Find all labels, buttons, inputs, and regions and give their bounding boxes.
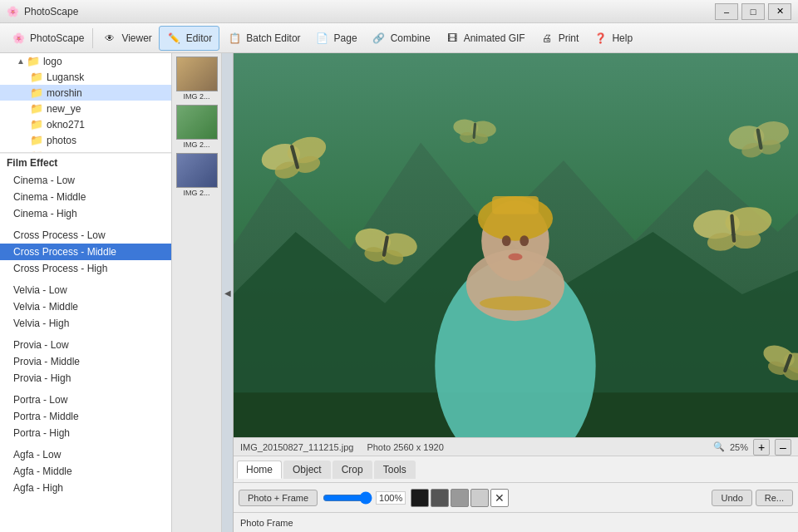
collapse-toggle[interactable]: ◀	[222, 53, 234, 532]
filename: IMG_20150827_111215.jpg	[240, 442, 353, 452]
toolbar-editor[interactable]: ✏️ Editor	[159, 26, 219, 51]
toolbar-sep-1	[92, 28, 93, 48]
folder-icon-2: 📁	[30, 71, 43, 83]
toolbar-viewer-label: Viewer	[121, 32, 151, 44]
effect-portra-low[interactable]: Portra - Low	[0, 392, 171, 408]
effect-provia-high[interactable]: Provia - High	[0, 370, 171, 387]
effect-agfa-low[interactable]: Agfa - Low	[0, 446, 171, 463]
color-lightgray-button[interactable]	[470, 489, 489, 507]
zoom-in-button[interactable]: +	[753, 439, 770, 456]
thumb-label-1: IMG 2...	[182, 91, 210, 101]
background-svg	[234, 53, 798, 437]
collapse-btn-logo[interactable]: ▲	[17, 57, 25, 66]
bottom-tabs: Home Object Crop Tools	[234, 456, 798, 482]
dimensions: Photo 2560 x 1920	[367, 442, 443, 452]
title-bar-controls: – □ ✕	[715, 3, 791, 20]
maximize-button[interactable]: □	[741, 3, 765, 20]
effect-cross-middle[interactable]: Cross Process - Middle	[0, 244, 171, 260]
toolbar-help[interactable]: ❓ Help	[585, 27, 639, 50]
title-bar: 🌸 PhotoScape – □ ✕	[0, 0, 798, 23]
tree-item-morshin[interactable]: 📁 morshin	[0, 85, 171, 101]
tree-label-morshin: morshin	[47, 87, 82, 99]
main-layout: ▲ 📁 logo 📁 Lugansk 📁 morshin 📁 new_y	[0, 53, 798, 532]
svg-point-12	[480, 296, 551, 310]
effect-cinema-low[interactable]: Cinema - Low	[0, 172, 171, 189]
svg-point-9	[502, 235, 511, 246]
toolbar-animated[interactable]: 🎞 Animated GIF	[437, 27, 532, 50]
thumb-2[interactable]: IMG 2...	[173, 105, 221, 150]
tab-object[interactable]: Object	[283, 461, 331, 479]
zoom-level: 25%	[730, 442, 748, 452]
toolbar-batch[interactable]: 📋 Batch Editor	[219, 27, 307, 50]
effect-portra-middle[interactable]: Portra - Middle	[0, 408, 171, 425]
photo-frame-button[interactable]: Photo + Frame	[239, 490, 318, 506]
tree-item-photos[interactable]: 📁 photos	[0, 132, 171, 148]
tree-item-okno[interactable]: 📁 okno271	[0, 116, 171, 132]
thumb-img-2[interactable]	[176, 105, 218, 140]
folder-icon-3: 📁	[30, 86, 43, 99]
app-title: PhotoScape	[24, 6, 78, 17]
effect-cross-high[interactable]: Cross Process - High	[0, 260, 171, 277]
toolbar-combine[interactable]: 🔗 Combine	[364, 27, 437, 50]
action-bar: Photo + Frame 100% ✕ Undo Re...	[234, 482, 798, 512]
color-black-button[interactable]	[411, 489, 429, 507]
effects-list: Cinema - Low Cinema - Middle Cinema - Hi…	[0, 172, 171, 532]
effect-cinema-middle[interactable]: Cinema - Middle	[0, 189, 171, 205]
close-button[interactable]: ✕	[768, 3, 791, 20]
main-image	[234, 53, 798, 437]
color-gray-button[interactable]	[451, 489, 469, 507]
magnifier-icon: 🔍	[713, 441, 725, 452]
tree-label-newye: new_ye	[47, 103, 81, 115]
effect-agfa-high[interactable]: Agfa - High	[0, 480, 171, 496]
tree-label-photos: photos	[47, 135, 76, 146]
zoom-out-button[interactable]: –	[775, 439, 791, 456]
toolbar-print[interactable]: 🖨 Print	[532, 27, 586, 50]
effect-velvia-high[interactable]: Velvia - High	[0, 315, 171, 332]
effect-cross-low[interactable]: Cross Process - Low	[0, 227, 171, 244]
effect-cinema-high[interactable]: Cinema - High	[0, 205, 171, 222]
thumb-3[interactable]: IMG 2...	[173, 153, 221, 198]
tab-crop[interactable]: Crop	[332, 461, 372, 479]
thumb-img-3[interactable]	[176, 153, 218, 188]
minimize-button[interactable]: –	[715, 3, 738, 20]
tab-tools[interactable]: Tools	[374, 461, 416, 479]
opacity-slider[interactable]	[323, 492, 372, 504]
thumb-1[interactable]: IMG 2...	[173, 57, 221, 101]
effect-agfa-middle[interactable]: Agfa - Middle	[0, 463, 171, 480]
tree-item-newye[interactable]: 📁 new_ye	[0, 101, 171, 116]
toolbar-viewer[interactable]: 👁 Viewer	[95, 27, 158, 50]
app-icon: 🌸	[7, 6, 19, 17]
toolbar-batch-label: Batch Editor	[246, 32, 300, 44]
thumbnail-strip: IMG 2... IMG 2... IMG 2...	[172, 53, 222, 532]
center-area: IMG_20150827_111215.jpg Photo 2560 x 192…	[234, 53, 798, 532]
tree-label-okno: okno271	[47, 119, 85, 131]
editor-icon: ✏️	[166, 30, 183, 47]
tree-item-lugansk[interactable]: 📁 Lugansk	[0, 69, 171, 85]
folder-icon-5: 📁	[30, 118, 43, 131]
effect-velvia-low[interactable]: Velvia - Low	[0, 282, 171, 298]
main-toolbar: 🌸 PhotoScape 👁 Viewer ✏️ Editor 📋 Batch …	[0, 23, 798, 53]
effect-provia-low[interactable]: Provia - Low	[0, 337, 171, 353]
redo-button[interactable]: Re...	[756, 490, 793, 506]
color-darkgray-button[interactable]	[431, 489, 449, 507]
color-white-button[interactable]: ✕	[490, 489, 509, 507]
undo-button[interactable]: Undo	[712, 490, 751, 506]
effect-portra-high[interactable]: Portra - High	[0, 425, 171, 441]
tree-item-logo[interactable]: ▲ 📁 logo	[0, 53, 171, 69]
thumb-img-1[interactable]	[176, 57, 218, 91]
effect-velvia-middle[interactable]: Velvia - Middle	[0, 298, 171, 315]
toolbar-page-label: Page	[334, 32, 357, 44]
toolbar-photoscape[interactable]: 🌸 PhotoScape	[3, 27, 91, 50]
film-effect-header: Film Effect	[0, 153, 171, 172]
toolbar-help-label: Help	[612, 32, 633, 44]
photo-frame-label-bar: Photo Frame	[234, 512, 798, 532]
thumb-label-2: IMG 2...	[182, 140, 210, 150]
left-panel: ▲ 📁 logo 📁 Lugansk 📁 morshin 📁 new_y	[0, 53, 172, 532]
effect-provia-middle[interactable]: Provia - Middle	[0, 353, 171, 370]
thumb-label-3: IMG 2...	[182, 188, 210, 198]
toolbar-page[interactable]: 📄 Page	[308, 27, 364, 50]
svg-point-11	[508, 254, 522, 261]
tab-home[interactable]: Home	[237, 461, 282, 479]
svg-point-10	[520, 235, 529, 246]
folder-icon: 📁	[27, 55, 40, 67]
